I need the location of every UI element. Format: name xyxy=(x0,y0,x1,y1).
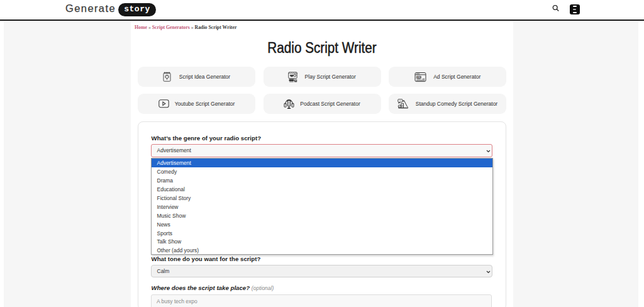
svg-text:AD: AD xyxy=(418,75,420,78)
